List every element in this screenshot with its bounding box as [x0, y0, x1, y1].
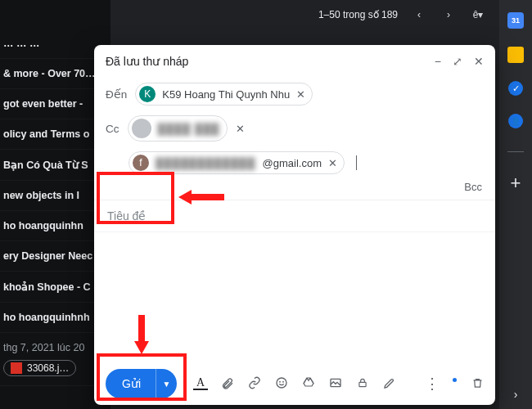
minimize-icon[interactable]: − [435, 55, 441, 68]
insert-emoji-icon[interactable] [274, 376, 289, 392]
next-page-icon[interactable]: › [440, 9, 457, 20]
insert-signature-icon[interactable] [382, 376, 397, 392]
page-range: 1–50 trong số 189 [318, 9, 398, 20]
recipient-chip[interactable]: ████ ███ [128, 115, 228, 142]
attachment-filename: 33068.j… [27, 362, 69, 374]
fullscreen-icon[interactable]: ⤢ [453, 55, 462, 68]
remove-chip-icon[interactable]: ✕ [236, 123, 245, 135]
compose-window: Đã lưu thư nháp − ⤢ ✕ Đến K K59 Hoang Th… [94, 45, 495, 405]
bcc-toggle-row: Bcc [94, 179, 495, 200]
image-file-icon [11, 362, 22, 374]
to-label: Đến [106, 88, 127, 101]
subject-row [94, 200, 495, 232]
cc-label: Cc [106, 123, 119, 135]
compose-header: Đã lưu thư nháp − ⤢ ✕ [94, 45, 495, 78]
hide-panel-icon[interactable]: › [514, 388, 518, 401]
calendar-icon[interactable] [507, 12, 524, 29]
bcc-toggle[interactable]: Bcc [464, 181, 482, 193]
side-panel: + › [499, 0, 532, 409]
insert-drive-icon[interactable] [301, 376, 316, 392]
discard-draft-icon[interactable] [471, 376, 484, 392]
remove-chip-icon[interactable]: ✕ [296, 88, 305, 101]
remove-chip-icon[interactable]: ✕ [328, 157, 337, 169]
tasks-icon[interactable] [508, 81, 523, 96]
svg-point-2 [283, 381, 284, 382]
attach-file-icon[interactable] [220, 376, 235, 392]
compose-body[interactable] [94, 232, 495, 362]
recipient-email-domain: @gmail.com [263, 157, 322, 169]
more-options-icon[interactable]: ⋮ [425, 375, 438, 393]
cc-extra-field[interactable]: f ████████████ @gmail.com ✕ [94, 146, 495, 179]
cc-field[interactable]: Cc ████ ███ ✕ [94, 110, 495, 146]
svg-rect-4 [359, 382, 366, 386]
unsaved-indicator-icon [453, 378, 457, 382]
text-caret [356, 155, 357, 170]
compose-toolbar: Gửi ▼ A [94, 362, 495, 405]
to-field[interactable]: Đến K K59 Hoang Thi Quynh Nhu ✕ [94, 78, 495, 110]
avatar: K [139, 86, 156, 102]
attachment-chip[interactable]: 33068.j… [3, 360, 76, 376]
insert-photo-icon[interactable] [328, 376, 343, 392]
insert-link-icon[interactable] [247, 376, 262, 392]
avatar: f [133, 155, 149, 171]
subject-input[interactable] [107, 209, 482, 222]
recipient-local-blurred: ████████████ [156, 157, 256, 169]
keep-icon[interactable] [507, 47, 524, 63]
format-toolbar: A [193, 376, 397, 392]
svg-point-1 [280, 381, 281, 382]
compose-title: Đã lưu thư nháp [106, 55, 188, 68]
input-tools-icon[interactable]: ê▾ [470, 9, 486, 20]
contacts-icon[interactable] [508, 114, 523, 128]
prev-page-icon[interactable]: ‹ [411, 9, 427, 20]
recipient-chip[interactable]: f ████████████ @gmail.com ✕ [128, 151, 345, 174]
recipient-name-blurred: ████ ███ [158, 123, 220, 135]
svg-point-0 [277, 378, 286, 388]
avatar [132, 119, 151, 138]
add-addon-icon[interactable]: + [511, 175, 521, 191]
recipient-name: K59 Hoang Thi Quynh Nhu [162, 88, 290, 101]
confidential-mode-icon[interactable] [355, 376, 370, 392]
send-more-options[interactable]: ▼ [156, 369, 177, 398]
send-button-label: Gửi [106, 377, 156, 390]
recipient-chip[interactable]: K K59 Hoang Thi Quynh Nhu ✕ [135, 83, 313, 106]
send-button[interactable]: Gửi ▼ [106, 369, 177, 398]
close-icon[interactable]: ✕ [474, 55, 484, 68]
formatting-options-icon[interactable]: A [193, 377, 208, 390]
pagination-bar: 1–50 trong số 189 ‹ › ê▾ [0, 0, 499, 29]
